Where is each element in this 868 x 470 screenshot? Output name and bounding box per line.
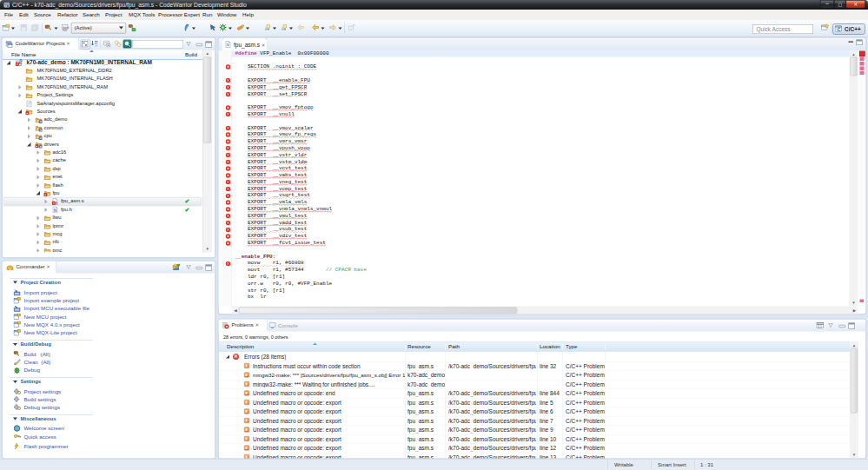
svg-text:h: h [54,208,56,213]
svg-text:asm: asm [63,26,70,30]
